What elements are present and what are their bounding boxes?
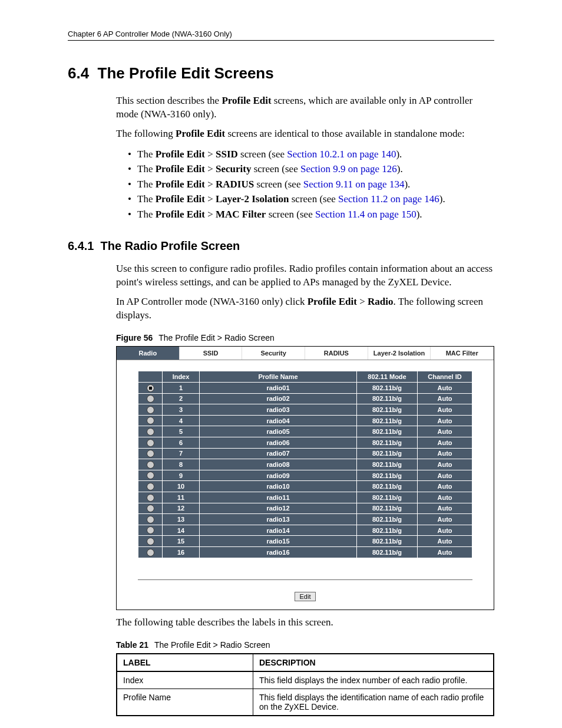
table-row: 13radio13802.11b/gAuto — [138, 514, 472, 525]
row-profile-name: radio07 — [200, 448, 357, 459]
table-caption: Table 21The Profile Edit > Radio Screen — [116, 640, 494, 650]
radio-icon[interactable] — [147, 516, 154, 523]
running-header: Chapter 6 AP Controller Mode (NWA-3160 O… — [68, 29, 494, 41]
row-radio[interactable] — [138, 492, 163, 503]
tab-radius[interactable]: RADIUS — [305, 347, 368, 360]
table-row: 10radio10802.11b/gAuto — [138, 481, 472, 492]
tab-security[interactable]: Security — [242, 347, 305, 360]
after-table-text: The following table describes the labels… — [116, 616, 494, 630]
row-mode: 802.11b/g — [357, 459, 418, 470]
radio-icon[interactable] — [147, 538, 154, 545]
row-profile-name: radio06 — [200, 437, 357, 449]
subsection-p1: Use this screen to configure radio profi… — [116, 262, 494, 289]
radio-icon[interactable] — [147, 450, 154, 457]
col-select — [138, 371, 163, 383]
tab-layer-2-isolation[interactable]: Layer-2 Isolation — [368, 347, 431, 360]
row-index: 2 — [163, 393, 200, 404]
table-row: 3radio03802.11b/gAuto — [138, 404, 472, 416]
row-radio[interactable] — [138, 415, 163, 426]
row-radio[interactable] — [138, 383, 163, 394]
row-channel: Auto — [418, 546, 472, 558]
row-index: 4 — [163, 415, 200, 426]
radio-icon[interactable] — [147, 526, 154, 534]
radio-icon[interactable] — [147, 439, 154, 447]
row-radio[interactable] — [138, 404, 163, 416]
row-profile-name: radio11 — [200, 492, 357, 503]
row-radio[interactable] — [138, 536, 163, 547]
table-row: 7radio07802.11b/gAuto — [138, 448, 472, 459]
radio-profile-table: Index Profile Name 802.11 Mode Channel I… — [138, 371, 472, 558]
row-radio[interactable] — [138, 503, 163, 514]
row-channel: Auto — [418, 393, 472, 404]
row-channel: Auto — [418, 448, 472, 459]
row-channel: Auto — [418, 383, 472, 394]
section-number: 6.4 — [68, 64, 89, 82]
row-radio[interactable] — [138, 514, 163, 525]
row-profile-name: radio16 — [200, 546, 357, 558]
row-radio[interactable] — [138, 426, 163, 437]
row-mode: 802.11b/g — [357, 514, 418, 525]
row-index: 15 — [163, 536, 200, 547]
desc-text: This field displays the identification n… — [253, 689, 494, 716]
col-index: Index — [163, 371, 200, 383]
row-radio[interactable] — [138, 470, 163, 481]
radio-icon[interactable] — [147, 428, 154, 436]
cross-reference-link[interactable]: Section 11.4 on page 150 — [315, 209, 416, 220]
cross-reference-link[interactable]: Section 11.2 on page 146 — [338, 193, 439, 205]
radio-icon[interactable] — [147, 395, 154, 403]
bullet-list: The Profile Edit > SSID screen (see Sect… — [128, 147, 494, 222]
row-channel: Auto — [418, 437, 472, 449]
cross-reference-link[interactable]: Section 10.2.1 on page 140 — [287, 149, 396, 160]
row-channel: Auto — [418, 503, 472, 514]
row-channel: Auto — [418, 415, 472, 426]
cross-reference-link[interactable]: Section 9.9 on page 126 — [300, 163, 397, 174]
row-profile-name: radio04 — [200, 415, 357, 426]
col-channel: Channel ID — [418, 371, 472, 383]
radio-icon[interactable] — [147, 494, 154, 502]
section-intro-1: This section describes the Profile Edit … — [116, 94, 494, 121]
row-channel: Auto — [418, 492, 472, 503]
row-index: 13 — [163, 514, 200, 525]
row-mode: 802.11b/g — [357, 448, 418, 459]
row-radio[interactable] — [138, 437, 163, 449]
radio-icon[interactable] — [147, 483, 154, 490]
table-row: 2radio02802.11b/gAuto — [138, 393, 472, 404]
row-index: 14 — [163, 525, 200, 536]
row-radio[interactable] — [138, 393, 163, 404]
row-radio[interactable] — [138, 546, 163, 558]
row-profile-name: radio01 — [200, 383, 357, 394]
radio-icon[interactable] — [147, 406, 154, 414]
row-mode: 802.11b/g — [357, 525, 418, 536]
figure-screenshot: RadioSSIDSecurityRADIUSLayer-2 Isolation… — [116, 346, 494, 610]
radio-icon[interactable] — [147, 417, 154, 424]
row-index: 9 — [163, 470, 200, 481]
row-mode: 802.11b/g — [357, 546, 418, 558]
edit-button[interactable]: Edit — [295, 592, 316, 601]
row-radio[interactable] — [138, 481, 163, 492]
bullet-item: The Profile Edit > Security screen (see … — [128, 162, 494, 177]
cross-reference-link[interactable]: Section 9.11 on page 134 — [303, 179, 405, 190]
col-profile-name: Profile Name — [200, 371, 357, 383]
tab-ssid[interactable]: SSID — [180, 347, 243, 360]
tab-mac-filter[interactable]: MAC Filter — [431, 347, 494, 360]
tab-radio[interactable]: Radio — [117, 347, 180, 360]
row-mode: 802.11b/g — [357, 503, 418, 514]
desc-header-label: LABEL — [117, 654, 253, 671]
radio-icon[interactable] — [147, 461, 154, 469]
row-mode: 802.11b/g — [357, 426, 418, 437]
row-radio[interactable] — [138, 459, 163, 470]
row-radio[interactable] — [138, 448, 163, 459]
radio-icon[interactable] — [147, 505, 154, 512]
radio-icon[interactable] — [147, 549, 154, 556]
radio-icon[interactable] — [147, 384, 154, 392]
desc-text: This field displays the index number of … — [253, 671, 494, 689]
row-mode: 802.11b/g — [357, 492, 418, 503]
desc-label: Profile Name — [117, 689, 253, 716]
row-radio[interactable] — [138, 525, 163, 536]
radio-icon[interactable] — [147, 472, 154, 479]
row-index: 1 — [163, 383, 200, 394]
table-row: IndexThis field displays the index numbe… — [117, 671, 494, 689]
bullet-item: The Profile Edit > Layer-2 Isolation scr… — [128, 192, 494, 207]
table-row: 11radio11802.11b/gAuto — [138, 492, 472, 503]
row-profile-name: radio13 — [200, 514, 357, 525]
